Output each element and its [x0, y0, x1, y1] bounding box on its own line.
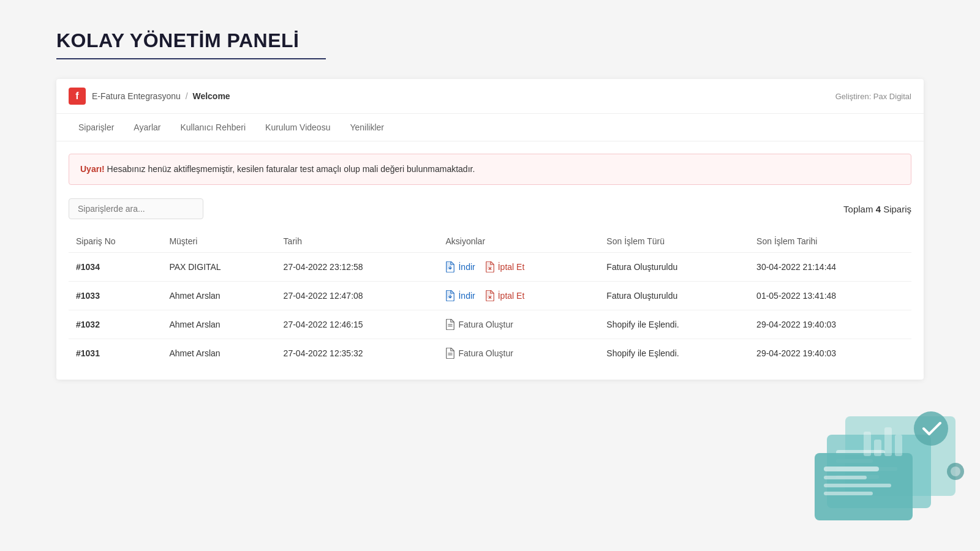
svg-rect-22: [864, 432, 871, 456]
warning-label: Uyarı!: [80, 164, 105, 174]
order-actions: Fatura Oluştur: [438, 310, 599, 339]
table-row: #1033Ahmet Arslan27-04-2022 12:47:08İndi…: [69, 282, 911, 310]
order-date: 27-04-2022 12:47:08: [276, 282, 439, 310]
action-btn-indir[interactable]: İndir: [445, 261, 475, 272]
orders-table: Sipariş No Müşteri Tarih Aksiyonlar Son …: [69, 230, 911, 367]
breadcrumb: E-Fatura Entegrasyonu / Welcome: [92, 91, 230, 101]
col-siparis-no: Sipariş No: [69, 230, 162, 253]
breadcrumb-base: E-Fatura Entegrasyonu: [92, 91, 181, 101]
action-label: İndir: [458, 262, 475, 272]
svg-point-19: [914, 411, 948, 446]
table-row: #1032Ahmet Arslan27-04-2022 12:46:15Fatu…: [69, 310, 911, 339]
col-son-islem-turu: Son İşlem Türü: [599, 230, 749, 253]
panel-nav: Siparişler Ayarlar Kullanıcı Rehberi Kur…: [56, 114, 924, 141]
order-last-date: 30-04-2022 21:14:44: [749, 253, 911, 282]
nav-kurulum-videosu[interactable]: Kurulum Videosu: [255, 114, 340, 141]
create-icon: [445, 348, 455, 359]
col-tarih: Tarih: [276, 230, 439, 253]
page-title-section: KOLAY YÖNETİM PANELİ: [56, 29, 924, 59]
developer-label: Geliştiren: Pax Digital: [835, 92, 911, 101]
svg-rect-15: [824, 467, 879, 471]
svg-point-21: [951, 467, 960, 476]
order-id: #1031: [69, 339, 162, 368]
col-aksiyonlar: Aksiyonlar: [438, 230, 599, 253]
indir-icon: [445, 290, 455, 301]
action-label: Fatura Oluştur: [458, 348, 513, 358]
logo-icon: f: [69, 88, 86, 105]
decorative-illustration: [809, 367, 980, 551]
breadcrumb-separator: /: [186, 91, 190, 101]
order-status: Fatura Oluşturuldu: [599, 253, 749, 282]
col-son-islem-tarihi: Son İşlem Tarihi: [749, 230, 911, 253]
order-customer: PAX DIGITAL: [162, 253, 276, 282]
total-count: 4: [876, 204, 881, 214]
action-label: İptal Et: [498, 262, 525, 272]
order-customer: Ahmet Arslan: [162, 339, 276, 368]
warning-banner: Uyarı! Hesabınız henüz aktifleşmemiştir,…: [69, 154, 911, 185]
action-btn-iptal[interactable]: İptal Et: [485, 290, 525, 301]
svg-rect-12: [836, 467, 897, 471]
order-last-date: 29-04-2022 19:40:03: [749, 339, 911, 368]
table-row: #1031Ahmet Arslan27-04-2022 12:35:32Fatu…: [69, 339, 911, 368]
table-row: #1034PAX DIGITAL27-04-2022 23:12:58İndir…: [69, 253, 911, 282]
create-icon: [445, 319, 455, 330]
nav-yenilikler[interactable]: Yenilikler: [340, 114, 394, 141]
order-status: Shopify ile Eşlendi.: [599, 339, 749, 368]
order-last-date: 29-04-2022 19:40:03: [749, 310, 911, 339]
order-actions: İndirİptal Et: [438, 253, 599, 282]
action-btn-create[interactable]: Fatura Oluştur: [445, 348, 513, 359]
page-title: KOLAY YÖNETİM PANELİ: [56, 29, 924, 52]
warning-message: Hesabınız henüz aktifleşmemiştir, kesile…: [107, 164, 475, 174]
order-id: #1033: [69, 282, 162, 310]
search-input[interactable]: [69, 198, 203, 219]
action-btn-iptal[interactable]: İptal Et: [485, 261, 525, 272]
order-id: #1032: [69, 310, 162, 339]
order-actions: İndirİptal Et: [438, 282, 599, 310]
action-btn-create[interactable]: Fatura Oluştur: [445, 319, 513, 330]
svg-rect-10: [836, 450, 885, 455]
total-prefix: Toplam: [843, 204, 876, 214]
svg-rect-14: [815, 453, 913, 520]
breadcrumb-current: Welcome: [192, 91, 230, 101]
svg-rect-17: [824, 484, 891, 487]
svg-rect-24: [884, 427, 892, 456]
total-label: Toplam 4 Sipariş: [843, 204, 911, 214]
action-label: İptal Et: [498, 291, 525, 301]
svg-rect-11: [836, 459, 873, 463]
svg-point-20: [947, 463, 964, 480]
iptal-icon: [485, 261, 495, 272]
order-actions: Fatura Oluştur: [438, 339, 599, 368]
action-btn-indir[interactable]: İndir: [445, 290, 475, 301]
svg-rect-23: [874, 440, 881, 456]
order-status: Fatura Oluşturuldu: [599, 282, 749, 310]
indir-icon: [445, 261, 455, 272]
main-panel: f E-Fatura Entegrasyonu / Welcome Gelişt…: [56, 79, 924, 380]
order-customer: Ahmet Arslan: [162, 310, 276, 339]
nav-kullanici-rehberi[interactable]: Kullanıcı Rehberi: [170, 114, 255, 141]
order-id: #1034: [69, 253, 162, 282]
action-label: Fatura Oluştur: [458, 320, 513, 329]
nav-ayarlar[interactable]: Ayarlar: [124, 114, 170, 141]
svg-rect-18: [824, 492, 873, 495]
order-date: 27-04-2022 23:12:58: [276, 253, 439, 282]
svg-rect-8: [845, 416, 956, 496]
col-musteri: Müşteri: [162, 230, 276, 253]
panel-header: f E-Fatura Entegrasyonu / Welcome Gelişt…: [56, 79, 924, 114]
iptal-icon: [485, 290, 495, 301]
svg-rect-13: [836, 475, 879, 479]
order-date: 27-04-2022 12:35:32: [276, 339, 439, 368]
search-and-total: Toplam 4 Sipariş: [69, 198, 911, 219]
table-body: #1034PAX DIGITAL27-04-2022 23:12:58İndir…: [69, 253, 911, 368]
order-date: 27-04-2022 12:46:15: [276, 310, 439, 339]
total-suffix: Sipariş: [881, 204, 911, 214]
order-last-date: 01-05-2022 13:41:48: [749, 282, 911, 310]
action-label: İndir: [458, 291, 475, 301]
svg-rect-9: [827, 435, 931, 508]
title-underline: [56, 58, 326, 59]
nav-siparisler[interactable]: Siparişler: [69, 114, 124, 141]
order-status: Shopify ile Eşlendi.: [599, 310, 749, 339]
svg-rect-16: [824, 476, 867, 479]
panel-header-left: f E-Fatura Entegrasyonu / Welcome: [69, 88, 230, 105]
order-customer: Ahmet Arslan: [162, 282, 276, 310]
svg-rect-25: [895, 435, 902, 456]
